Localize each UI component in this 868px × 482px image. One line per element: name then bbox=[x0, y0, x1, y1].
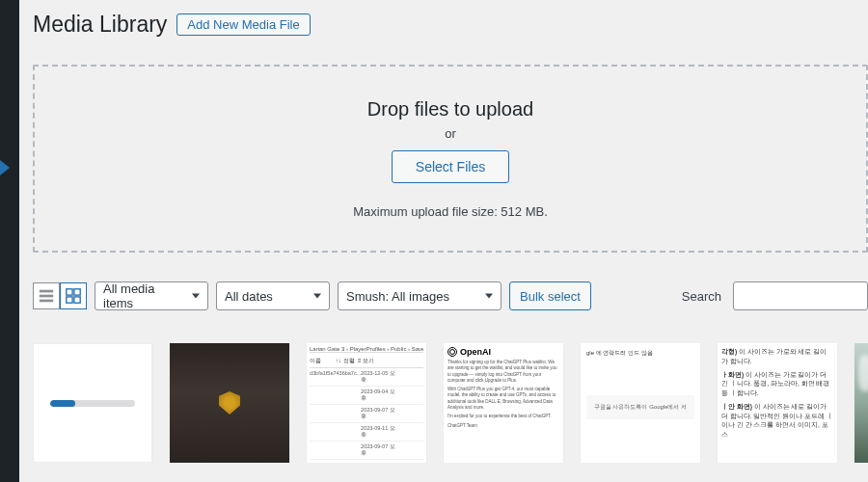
nature-thumbnail bbox=[854, 343, 868, 463]
select-files-button[interactable]: Select Files bbox=[392, 150, 509, 183]
filter-dates-value: All dates bbox=[225, 289, 273, 304]
media-grid: Larian Gate 3 › PlayerProfiles › Public … bbox=[33, 343, 868, 463]
filter-smush-select[interactable]: Smush: All images bbox=[338, 281, 502, 310]
table-row: 2023-09-04 오후 bbox=[310, 387, 423, 405]
email-para: I'm excited for you to experience the be… bbox=[448, 414, 559, 419]
file-explorer-thumbnail: Larian Gate 3 › PlayerProfiles › Public … bbox=[307, 343, 426, 463]
game-thumbnail bbox=[170, 343, 289, 463]
card-title: gle 에 연락드려 민드 않음 bbox=[586, 349, 694, 358]
upload-dropzone[interactable]: Drop files to upload or Select Files Max… bbox=[33, 65, 868, 253]
dropzone-or-text: or bbox=[445, 126, 456, 141]
card-body: 구글을 사용하도록이 Google에서 저 bbox=[586, 395, 694, 419]
collapse-caret-icon[interactable] bbox=[0, 160, 10, 175]
openai-logo-text: OpenAI bbox=[460, 347, 491, 357]
media-item-game-thumb[interactable] bbox=[170, 343, 289, 463]
grid-view-button[interactable] bbox=[60, 282, 87, 309]
table-row: d3bfa1f5e7436ba7c... 2023-12-05 오후 bbox=[310, 368, 423, 387]
media-item-nature-thumb[interactable] bbox=[854, 343, 868, 463]
add-new-media-button[interactable]: Add New Media File bbox=[176, 13, 310, 36]
korean-sizes-thumbnail: 각형) 이 사이즈는 가로와 세로 길이가 합니다. ㅏ화면) 이 사이즈는 가… bbox=[718, 343, 837, 463]
sizes-line: 각형) 이 사이즈는 가로와 세로 길이가 합니다. bbox=[721, 347, 833, 366]
max-upload-size-text: Maximum upload file size: 512 MB. bbox=[353, 204, 548, 219]
email-para: With ChatGPT Plus you get GPT-4, our mos… bbox=[448, 387, 559, 411]
email-para: Thanks for signing up for the ChatGPT Pl… bbox=[448, 360, 559, 384]
media-item-uploading[interactable] bbox=[33, 343, 152, 463]
filter-media-type-select[interactable]: All media items bbox=[95, 281, 208, 310]
search-label: Search bbox=[682, 289, 721, 304]
search-input[interactable] bbox=[733, 281, 868, 310]
grid-icon bbox=[65, 287, 82, 305]
svg-rect-4 bbox=[74, 289, 80, 295]
table-row: 2023-09-07 오후 bbox=[310, 442, 423, 460]
progress-track bbox=[50, 400, 135, 407]
filter-smush-value: Smush: All images bbox=[346, 289, 449, 304]
media-item-file-explorer-thumb[interactable]: Larian Gate 3 › PlayerProfiles › Public … bbox=[307, 343, 426, 463]
page-header: Media Library Add New Media File bbox=[33, 8, 868, 41]
bulk-select-button[interactable]: Bulk select bbox=[509, 281, 591, 310]
media-item-openai-thumb[interactable]: OpenAI Thanks for signing up for the Cha… bbox=[444, 343, 563, 463]
list-view-button[interactable] bbox=[33, 282, 60, 309]
view-mode-toggles bbox=[33, 282, 87, 309]
svg-rect-6 bbox=[74, 297, 80, 303]
media-item-korean-card-thumb[interactable]: gle 에 연락드려 민드 않음 구글을 사용하도록이 Google에서 저 bbox=[581, 343, 700, 463]
table-row: 2023-09-11 오후 bbox=[310, 423, 423, 442]
breadcrumb-text: Larian Gate 3 › PlayerProfiles › Public … bbox=[310, 346, 423, 353]
upload-progress bbox=[33, 400, 152, 407]
progress-bar bbox=[50, 400, 75, 407]
page-title: Media Library bbox=[33, 8, 167, 41]
svg-rect-1 bbox=[40, 295, 53, 298]
list-icon bbox=[38, 287, 55, 305]
snow-overlay bbox=[858, 355, 868, 390]
media-library-content: Media Library Add New Media File Drop fi… bbox=[19, 0, 868, 482]
svg-rect-5 bbox=[67, 297, 72, 303]
media-item-korean-sizes-thumb[interactable]: 각형) 이 사이즈는 가로와 세로 길이가 합니다. ㅏ화면) 이 사이즈는 가… bbox=[718, 343, 837, 463]
svg-rect-2 bbox=[40, 300, 53, 303]
search-wrapper: Search bbox=[682, 281, 868, 310]
filter-dates-select[interactable]: All dates bbox=[216, 281, 330, 310]
shield-icon bbox=[219, 391, 240, 415]
table-row: 2023-09-07 오후 bbox=[310, 405, 423, 423]
dropzone-title: Drop files to upload bbox=[367, 98, 533, 120]
email-signoff: ChatGPT Team bbox=[448, 423, 559, 429]
openai-icon bbox=[448, 347, 457, 357]
sizes-line: ㅏ화면) 이 사이즈는 가로 길이가 더 긴 ㅣ니다. 풍경, 파노라마, 화면… bbox=[721, 370, 833, 398]
filter-media-type-value: All media items bbox=[103, 281, 184, 310]
openai-logo: OpenAI bbox=[448, 347, 559, 357]
admin-sidebar bbox=[0, 0, 19, 482]
svg-rect-3 bbox=[67, 289, 72, 295]
openai-email-thumbnail: OpenAI Thanks for signing up for the Cha… bbox=[444, 343, 563, 463]
svg-rect-0 bbox=[40, 290, 53, 293]
sizes-line: ㅣ안 화면) 이 사이즈는 세로 길이가 더 합니다. 일반적인 원이나 포트레… bbox=[721, 402, 833, 440]
korean-card-thumbnail: gle 에 연락드려 민드 않음 구글을 사용하도록이 Google에서 저 bbox=[581, 343, 700, 463]
media-toolbar: All media items All dates Smush: All ima… bbox=[33, 281, 868, 310]
